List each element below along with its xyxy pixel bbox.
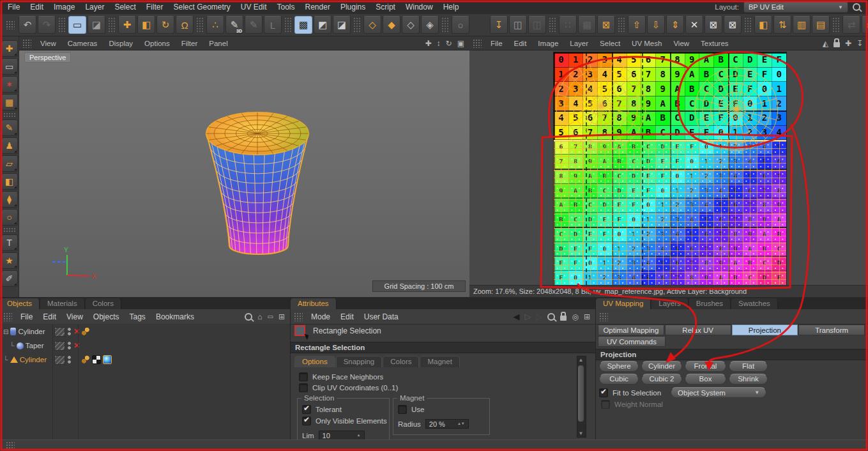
scrollbar-thumb[interactable] (578, 365, 584, 422)
keep-face-neighbors-checkbox[interactable] (299, 372, 308, 381)
angle-ruler-icon[interactable]: L (264, 16, 282, 34)
smudge-icon[interactable]: ○ (1, 209, 18, 226)
uv-polygon-mode-icon[interactable]: ▩ (294, 16, 312, 34)
editor-visibility-dots[interactable] (67, 355, 72, 364)
text-tool-icon[interactable]: T (1, 234, 18, 251)
menu-help[interactable]: Help (438, 3, 464, 11)
attributes-menu-edit[interactable]: Edit (335, 312, 359, 321)
limit-row[interactable]: Lim 10 ▲ (302, 431, 365, 440)
history-up-icon[interactable]: ▷ (536, 312, 542, 321)
uvmapping-mode-optimal-mapping-button[interactable]: Optimal Mapping (598, 325, 664, 335)
star-shape-icon[interactable]: ★ (1, 252, 18, 269)
zoom-view-icon[interactable]: ↧ (857, 40, 863, 47)
panel-grip[interactable] (599, 312, 608, 321)
uv-checker-icon[interactable]: ▦ (1, 94, 18, 111)
texture-mode-cube-icon[interactable]: ◆ (383, 16, 400, 34)
projection-frontal-button[interactable]: Frontal (685, 361, 726, 372)
uv-circle-select-icon[interactable]: ◉ (862, 16, 868, 34)
object-mode-cube-icon[interactable]: ◇ (402, 16, 420, 34)
eraser-icon[interactable]: ▱ (1, 155, 18, 172)
uv-viewport-menu-textures[interactable]: Textures (695, 40, 734, 47)
texture-tag-icon[interactable] (103, 355, 112, 364)
left-viewport-menu-options[interactable]: Options (139, 40, 176, 47)
viewport-grip[interactable] (473, 39, 482, 48)
perspective-viewport[interactable]: Y X Perspective Grid Spacing : 100 cm (19, 50, 469, 297)
editor-visibility-dots[interactable] (67, 327, 72, 336)
render-visibility-icon[interactable] (54, 327, 65, 337)
attributes-menu-mode[interactable]: Mode (306, 312, 335, 321)
camera-label[interactable]: Perspective (24, 52, 71, 63)
paint-brush-icon[interactable]: ✎ (1, 119, 18, 136)
scale-icon[interactable]: ◧ (137, 16, 155, 34)
menu-uv-edit[interactable]: UV Edit (236, 3, 272, 11)
spinner-arrows-icon[interactable]: ▲▼ (454, 422, 465, 425)
menu-filter[interactable]: Filter (141, 3, 169, 11)
uvmapping-tab-layers[interactable]: Layers (651, 298, 689, 309)
add-panel-icon[interactable]: ⊞ (278, 313, 285, 321)
stamp-icon[interactable]: ♟ (1, 137, 18, 154)
pan-view-icon[interactable]: ✚ (845, 40, 851, 47)
projection-cubic-button[interactable]: Cubic (599, 374, 639, 385)
uvmapping-mode-relax-uv-button[interactable]: Relax UV (665, 325, 731, 335)
object-row-cylinder[interactable]: ⊟Cylinder✕ (0, 325, 289, 338)
search-icon[interactable] (245, 313, 252, 321)
menu-layer[interactable]: Layer (80, 3, 109, 11)
paint-dots-icon[interactable]: ∴ (206, 16, 224, 34)
generator-disabled-icon[interactable]: ✕ (73, 327, 80, 336)
magnet-use-row[interactable]: Use (398, 405, 424, 414)
uv-commands-button[interactable]: UV Commands (598, 336, 666, 347)
projection-box-button[interactable]: Box (685, 374, 726, 385)
statusbar-grip[interactable] (6, 441, 15, 450)
pin-down-icon[interactable]: ↧ (490, 16, 508, 34)
uv-mirror-icon[interactable]: ⇅ (773, 16, 791, 34)
panel-grip[interactable] (3, 312, 12, 321)
histogram-icon[interactable]: ◭ (823, 40, 828, 47)
projection-cubic-2-button[interactable]: Cubic 2 (641, 374, 682, 385)
objects-tab-colors[interactable]: Colors (86, 298, 121, 309)
move-icon[interactable]: ✚ (118, 16, 136, 34)
menu-image[interactable]: Image (49, 3, 80, 11)
viewport-grip[interactable] (22, 39, 31, 48)
uv-relax-icon[interactable]: ⇄ (842, 16, 860, 34)
attributes-scrollbar[interactable]: ▲ ▼ (577, 356, 586, 438)
uv-shift-updown-icon[interactable]: ⇕ (666, 16, 684, 34)
only-visible-checkbox[interactable] (302, 417, 311, 425)
zoom-view-icon[interactable]: ↕ (437, 40, 441, 47)
objects-tab-materials[interactable]: Materials (40, 298, 85, 309)
objects-menu-bookmarks[interactable]: Bookmarks (151, 312, 199, 321)
add-panel-icon[interactable]: ⊞ (584, 313, 590, 321)
limit-spinner[interactable]: 10 ▲ (319, 431, 365, 440)
fill-droplet-icon[interactable]: ⧫ (1, 191, 18, 208)
render-visibility-icon[interactable] (54, 341, 65, 351)
object-row-taper[interactable]: └Taper✕ (0, 339, 289, 352)
uv-viewport-menu-edit[interactable]: Edit (508, 40, 533, 47)
tolerant-row[interactable]: Tolerant (302, 405, 342, 414)
uv-shift-up-icon[interactable]: ⇧ (628, 16, 646, 34)
spinner-arrows-icon[interactable]: ▲ (354, 434, 361, 437)
menu-select-geometry[interactable]: Select Geometry (168, 3, 235, 11)
uv-viewport-menu-image[interactable]: Image (532, 40, 564, 47)
attributes-menu-user-data[interactable]: User Data (359, 312, 404, 321)
menu-file[interactable]: File (3, 3, 25, 11)
rectangle-selection-icon[interactable]: ▭ (68, 16, 86, 34)
uv-align-left-icon[interactable]: ◧ (754, 16, 772, 34)
uv-collapse-icon[interactable]: ✕ (685, 16, 703, 34)
left-viewport-menu-filter[interactable]: Filter (176, 40, 204, 47)
home-icon[interactable]: ⌂ (257, 313, 262, 321)
search-icon[interactable] (853, 3, 860, 11)
menu-select[interactable]: Select (109, 3, 141, 11)
uv-viewport-menu-uv-mesh[interactable]: UV Mesh (626, 40, 667, 47)
filter-icon[interactable]: ▭ (267, 314, 273, 320)
uv-texture-viewport[interactable]: 0123456789ABCDEF123456789ABCDEF023456789… (469, 50, 868, 285)
editor-visibility-dots[interactable] (67, 341, 72, 350)
paint-3d-brush-icon[interactable]: ✎3D (225, 16, 243, 34)
objects-menu-view[interactable]: View (61, 312, 88, 321)
panel-grip[interactable] (294, 312, 303, 321)
object-row-cylinder[interactable]: └Cylinder (0, 353, 289, 366)
point-mode-cube-icon[interactable]: ◈ (421, 16, 439, 34)
uv-shift-down-icon[interactable]: ⇩ (647, 16, 665, 34)
history-back-icon[interactable]: ◀ (513, 312, 519, 321)
dots-brush-icon[interactable]: ∷ (559, 16, 577, 34)
render-visibility-icon[interactable] (54, 355, 65, 365)
layout-dropdown[interactable]: BP UV Edit ▼ (743, 1, 848, 13)
